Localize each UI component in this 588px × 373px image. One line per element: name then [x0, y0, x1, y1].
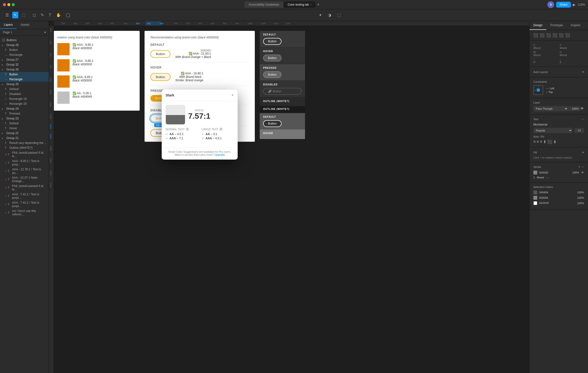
text-tool[interactable]: T	[47, 12, 53, 18]
text-vert-top-icon[interactable]: ⬆	[543, 140, 546, 144]
tab-inspect[interactable]: Inspect	[567, 21, 584, 30]
tool-group-left: ☰ ↖ ⬚ ◻ ✎ T ✋ ◯	[4, 12, 72, 18]
align-top-icon[interactable]: ⬛	[552, 33, 557, 38]
stroke-more-icon[interactable]: ⋯	[546, 176, 549, 179]
dark-btn-default[interactable]: Button	[263, 38, 282, 45]
layer-group-28[interactable]: ▸ Group 28	[0, 43, 49, 47]
stroke-header-icons: + ⋯	[578, 165, 584, 169]
share-button[interactable]: Share	[556, 2, 571, 8]
layer-aa-1[interactable]: ✓ T AA ! Don't use this referen...	[0, 209, 49, 217]
layer-default-1[interactable]: T Default	[0, 87, 49, 92]
layer-group-22[interactable]: ▸ Group 22	[0, 131, 49, 136]
align-center-h-icon[interactable]: ⬛	[540, 33, 545, 38]
opacity-input[interactable]	[568, 106, 580, 111]
blend-mode-select[interactable]: Pass Through	[533, 106, 568, 111]
text-vert-mid-icon[interactable]: ⬛	[547, 140, 552, 144]
fill-add-icon[interactable]: +	[582, 150, 584, 155]
fill-label: Fill	[533, 151, 537, 154]
layer-aaa-1[interactable]: ✓ T AAA - 8.05:1 ! Text is purp...	[0, 159, 49, 167]
btn-hover[interactable]: Button	[150, 73, 171, 81]
layer-aaa-5[interactable]: ✓ T AAA - 7.41:1 ! Text is purpl...	[0, 200, 49, 209]
dark-btn-pressed[interactable]: Button	[263, 71, 282, 78]
layer-default-2[interactable]: T Default	[0, 121, 49, 126]
tab-accessibility[interactable]: Accessibility Guidelines	[245, 1, 283, 8]
layout-tool[interactable]: ⬚	[336, 12, 342, 18]
align-left-text-icon[interactable]: ≡	[533, 140, 536, 144]
hand-tool[interactable]: ✋	[55, 12, 62, 18]
upgrade-link[interactable]: Upgrade	[214, 153, 225, 156]
layer-group-26[interactable]: ▸ Group 26	[0, 67, 49, 72]
layer-button-1[interactable]: T Button	[0, 47, 49, 52]
layer-pressed[interactable]: T Pressed	[0, 111, 49, 116]
dark-btn-hover[interactable]: Button	[263, 55, 282, 61]
pen-tool[interactable]: ✎	[39, 12, 45, 18]
layer-aaa-4[interactable]: ✓ T AAA - 7.41:1 ! Text is purpl...	[0, 192, 49, 200]
layer-group-25[interactable]: ▸ Group 25	[0, 82, 49, 87]
user-avatar[interactable]: S	[547, 1, 554, 8]
layer-group-27[interactable]: ▸ Group 27	[0, 57, 49, 62]
layer-group-23[interactable]: ▸ Group 23	[0, 116, 49, 121]
layer-group-24[interactable]: ▸ Group 24	[0, 106, 49, 111]
shape-tool[interactable]: ◻	[31, 12, 37, 18]
menu-tool[interactable]: ☰	[4, 12, 10, 18]
sel-swatch-2	[533, 196, 537, 200]
text-options-icon[interactable]: ⋯	[581, 117, 584, 121]
selection-colors-label: Selection Colors	[533, 186, 584, 188]
layer-rect-19[interactable]: □ Rectangle 19	[0, 96, 49, 101]
layer-rect-1[interactable]: — Rectangle	[0, 52, 49, 57]
tab-color-testing[interactable]: Color testing lab ×	[284, 1, 316, 8]
tab-assets[interactable]: Assets	[17, 21, 33, 29]
tab-prototype[interactable]: Prototype	[546, 21, 567, 30]
comment-tool[interactable]: ◯	[64, 12, 72, 18]
font-size-input[interactable]	[574, 128, 584, 133]
layer-button-selected[interactable]: T Button	[0, 72, 49, 77]
canvas[interactable]: 250 300 350 400 450 500 550 600 650 700 …	[49, 21, 529, 373]
dark-photo-default: DEFAULT Button	[260, 113, 305, 129]
appearance-tool[interactable]: ◑	[326, 12, 333, 18]
btn-default[interactable]: Button	[150, 50, 171, 58]
align-right-text-icon[interactable]: ≡	[540, 140, 542, 144]
layer-disabled-1[interactable]: T Disabled	[0, 92, 49, 96]
auto-layout-add[interactable]: +	[582, 70, 584, 74]
tab-add-button[interactable]: +	[317, 2, 319, 7]
component-tool[interactable]: ✦	[317, 12, 323, 18]
minimize-button[interactable]	[7, 3, 10, 6]
close-button[interactable]	[3, 3, 6, 6]
stroke-visibility-icon[interactable]: 👁	[581, 171, 584, 174]
frame-tool[interactable]: ⬚	[20, 12, 27, 18]
align-center-v-icon[interactable]: ⬛	[559, 33, 564, 38]
layer-fail-2[interactable]: ✕ T FAIL (would passed if at le...	[0, 184, 49, 192]
layer-aaa-2[interactable]: ✓ T AAA - 12.76:1 ! Text is pu...	[0, 167, 49, 175]
text-format-row: Auto 0%	[533, 135, 584, 138]
play-button[interactable]: ▶	[573, 3, 576, 7]
layer-group-21[interactable]: ▸ Group 21	[0, 136, 49, 140]
visibility-icon[interactable]: 👁	[580, 106, 584, 111]
stroke-add-icon[interactable]: +	[578, 165, 580, 169]
ok-icon: ✓	[5, 170, 7, 173]
layer-outline-white[interactable]: T Outline (WHITE?)	[0, 145, 49, 150]
align-center-text-icon[interactable]: ≡	[537, 140, 539, 144]
page-selector[interactable]: Page 1 ▾	[0, 29, 49, 36]
tab-design[interactable]: Design	[529, 21, 546, 30]
layer-fail-1[interactable]: ✕ T FAIL (would passed if at le...	[0, 150, 49, 159]
layer-rect-18[interactable]: □ Rectangle 18	[0, 101, 49, 106]
tab-layers[interactable]: Layers	[0, 21, 17, 29]
frame-right-title: Recommendation using brand color (black …	[150, 36, 249, 39]
align-right-icon[interactable]: ⬛	[546, 33, 551, 38]
text-vert-bot-icon[interactable]: ⬇	[553, 140, 556, 144]
layer-hover[interactable]: T Hover	[0, 126, 49, 131]
tab-close-icon[interactable]: ×	[310, 3, 312, 6]
align-left-icon[interactable]: ⬛	[533, 33, 538, 38]
maximize-button[interactable]	[12, 3, 15, 6]
select-tool[interactable]: ↖	[12, 12, 18, 18]
layer-result-vary[interactable]: T Result vary depending the ...	[0, 140, 49, 145]
constraint-top-line	[538, 86, 539, 88]
stark-close-button[interactable]: ×	[232, 93, 234, 97]
align-bottom-icon[interactable]: ⬛	[565, 33, 570, 38]
layer-group-32[interactable]: ▸ Group 32	[0, 62, 49, 67]
layer-rect-selected[interactable]: — Rectangle	[0, 77, 49, 82]
font-weight-select[interactable]: Regular	[533, 128, 572, 133]
right-panel: Design Prototype Inspect ⬛ ⬛ ⬛ ⬛ ⬛ ⬛ X M…	[529, 21, 588, 373]
stroke-options-icon[interactable]: ⋯	[581, 165, 584, 169]
layer-aaa-3[interactable]: ✓ T AAA - 10.37:1 Note: Orange...	[0, 175, 49, 184]
